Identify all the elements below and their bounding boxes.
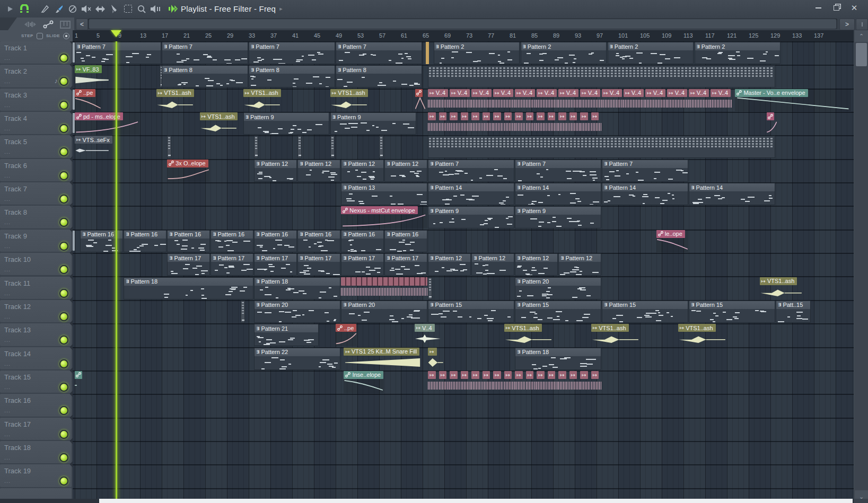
play-icon[interactable] — [5, 0, 15, 17]
iconchip-clip[interactable]: ↦ — [483, 371, 493, 393]
track-mute-led[interactable] — [59, 171, 68, 180]
iconchip-clip[interactable]: ↦ — [428, 371, 438, 393]
pattern-clip[interactable]: ∃Pattern 12 — [384, 160, 427, 182]
grid-clip[interactable] — [428, 65, 775, 87]
pattern-clip[interactable]: ∃Pattern 17 — [211, 253, 253, 276]
track-header[interactable]: Track 6... — [0, 159, 72, 181]
track-header[interactable]: Track 4... — [0, 112, 72, 134]
track-header[interactable]: Track 11... — [0, 277, 72, 299]
thin-clip[interactable] — [167, 136, 171, 158]
pattern-clip[interactable]: ∃Pattern 15 — [602, 301, 688, 323]
pattern-clip[interactable]: ∃Pattern 7 — [428, 160, 514, 182]
track-header[interactable]: Track 9... — [0, 230, 72, 252]
pattern-clip[interactable]: ∃Pattern 20 — [254, 301, 340, 323]
piano-keys-icon[interactable] — [58, 20, 72, 29]
thin-clip[interactable] — [428, 277, 432, 299]
automation-clip[interactable]: ..pe — [336, 324, 357, 346]
iconchip-clip[interactable]: ↦ — [591, 112, 601, 135]
scroll-right-button[interactable]: > — [839, 19, 855, 30]
audio-clip[interactable]: ↦V..4 — [711, 89, 732, 111]
pattern-clip[interactable]: ∃Pattern 14 — [515, 183, 601, 205]
track-header[interactable]: Track 17... — [0, 418, 72, 440]
pattern-clip[interactable]: ∃Pattern 14 — [428, 183, 514, 205]
pattern-clip[interactable]: ∃Pattern 2 — [608, 42, 694, 64]
iconchip-clip[interactable]: ↦ — [515, 112, 525, 135]
pattern-clip[interactable]: ∃Pattern 12 — [471, 253, 514, 276]
iconchip-clip[interactable]: ↦ — [548, 371, 558, 393]
audio-clip[interactable]: ↦V..4 — [537, 89, 558, 111]
track-mute-led[interactable] — [59, 147, 68, 156]
audio-clip[interactable]: ↦V..4 — [558, 89, 580, 111]
pattern-clip[interactable]: ∃Pattern 17 — [254, 253, 297, 276]
pattern-clip[interactable]: ∃Pattern 2 — [695, 42, 781, 64]
audio-clip[interactable]: ↦V..4 — [624, 89, 645, 111]
pattern-clip[interactable]: ∃Pattern 16 — [297, 230, 340, 252]
slide-toggle[interactable] — [63, 33, 69, 39]
pattern-clip[interactable]: ∃Pattern 17 — [384, 253, 427, 276]
audio-clip[interactable]: ↦VTS1 25 Kit..M Snare Fill — [344, 348, 422, 370]
track-header[interactable]: Track 7... — [0, 182, 72, 205]
pattern-clip[interactable]: ∃Pattern 21 — [254, 324, 319, 346]
iconchip-clip[interactable]: ↦ — [483, 112, 493, 135]
playlist-canvas[interactable]: ∃Pattern 7∃Pattern 7∃Pattern 7∃Pattern 7… — [73, 41, 854, 499]
track-header[interactable]: Track 5... — [0, 135, 72, 157]
audio-clip[interactable]: ↦VTS1..ash — [243, 89, 280, 111]
slip-edit-icon[interactable] — [38, 0, 52, 17]
step-checkbox[interactable] — [37, 33, 43, 39]
delete-icon[interactable] — [66, 0, 80, 17]
pattern-clip[interactable]: ∃Pattern 7 — [602, 160, 688, 182]
audio-clip[interactable]: ↦VTS1..ash — [330, 89, 367, 111]
grid-clip[interactable] — [428, 136, 775, 158]
track-mute-led[interactable] — [59, 242, 68, 251]
audio-clip[interactable]: ↦VTS..seFx — [75, 136, 109, 158]
pattern-clip[interactable]: ∃Pattern 16 — [167, 230, 210, 252]
pattern-clip[interactable]: ∃Pattern 12 — [428, 253, 471, 276]
iconchip-clip[interactable]: ↦ — [558, 371, 568, 393]
thin-clip[interactable] — [254, 136, 258, 158]
scroll-left-button[interactable]: < — [76, 19, 88, 30]
track-mute-led[interactable] — [59, 406, 68, 415]
audio-clip[interactable]: ↦V..4 — [515, 89, 536, 111]
automation-clip[interactable]: le..ope — [656, 230, 688, 252]
select-icon[interactable] — [121, 0, 135, 17]
pattern-clip[interactable]: ∃Pattern 17 — [167, 253, 210, 276]
pattern-clip[interactable]: ∃Pattern 9 — [243, 112, 330, 135]
track-header[interactable]: Track 15... — [0, 370, 72, 393]
pattern-clip[interactable]: ∃Patt..15 — [776, 301, 811, 323]
audio-clip[interactable]: ↦VTS1..ash — [156, 89, 194, 111]
iconchip-clip[interactable]: ↦ — [461, 112, 471, 135]
track-header[interactable]: Track 18... — [0, 441, 72, 463]
pattern-clip[interactable]: ∃Pattern 16 — [211, 230, 253, 252]
track-header[interactable]: Track 14... — [0, 347, 72, 369]
pattern-clip[interactable]: ∃Pattern 15 — [515, 301, 601, 323]
audio-clip[interactable]: ↦VF..83 — [75, 65, 109, 87]
audio-clip[interactable]: ↦VTS1..ash — [678, 324, 726, 346]
bottom-scrollbar[interactable] — [73, 499, 854, 503]
track-header[interactable]: Track 2...♪ — [0, 65, 72, 87]
track-mute-led[interactable] — [59, 218, 68, 227]
pattern-clip[interactable]: ∃Pattern 8 — [249, 65, 335, 87]
track-mute-led[interactable] — [59, 430, 68, 439]
iconchip-clip[interactable]: ↦ — [526, 371, 536, 393]
pattern-clip[interactable]: ∃Pattern 7 — [515, 160, 601, 182]
pattern-clip[interactable]: ∃Pattern 8 — [162, 65, 248, 87]
pattern-clip[interactable]: ∃Pattern 16 — [384, 230, 427, 252]
pattern-clip[interactable]: ∃Pattern 9 — [428, 206, 514, 228]
audio-clip[interactable]: ↦V..4 — [667, 89, 688, 111]
track-mute-led[interactable] — [59, 336, 68, 345]
horizontal-scroll-thumb[interactable] — [89, 19, 836, 29]
audio-clip[interactable]: ↦VTS1..ash — [504, 324, 553, 346]
track-header[interactable]: Track 1... — [0, 41, 72, 64]
pattern-clip[interactable]: ∃Pattern 14 — [689, 183, 775, 205]
stretch-icon[interactable] — [93, 0, 107, 17]
playhead-line[interactable] — [116, 41, 117, 499]
iconchip-clip[interactable]: ↦ — [569, 371, 580, 393]
iconchip-clip[interactable]: ↦ — [471, 112, 481, 135]
audio-clip[interactable]: ↦VTS1..ash — [591, 324, 639, 346]
track-header[interactable]: Track 8... — [0, 206, 72, 228]
track-mute-led[interactable] — [59, 265, 68, 274]
audio-clip[interactable]: ↦V..4 — [415, 324, 441, 346]
track-mute-led[interactable] — [59, 289, 68, 298]
audio-clip[interactable]: ↦V..4 — [471, 89, 493, 111]
scroll-mini-button[interactable] — [856, 19, 868, 30]
